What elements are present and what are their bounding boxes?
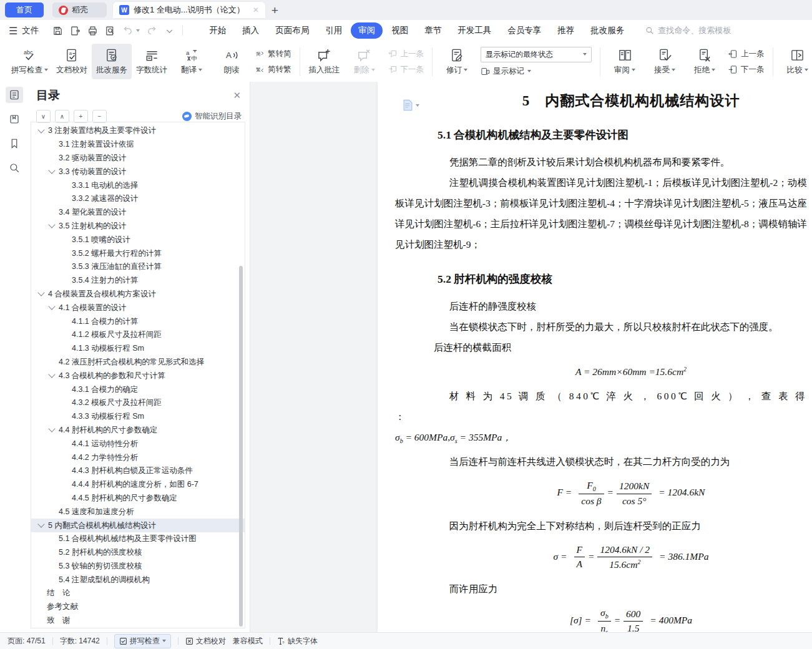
- toc-item[interactable]: 4.1.1 合模力的计算: [31, 315, 245, 328]
- toc-item[interactable]: 4 合模装置及合模机构方案设计: [31, 288, 245, 301]
- toc-item[interactable]: 3.5.1 喷嘴的设计: [31, 233, 245, 246]
- toc-item[interactable]: 4.4.5 肘杆机构的尺寸参数确定: [31, 492, 245, 505]
- status-proof-button[interactable]: 文档校对: [185, 636, 226, 647]
- toc-item[interactable]: 5 内翻式合模机构机械结构设计: [31, 519, 245, 532]
- export-icon[interactable]: [70, 26, 81, 36]
- hamburger-icon[interactable]: ☰: [9, 25, 17, 37]
- toc-item[interactable]: 4.3 合模机构的参数和尺寸计算: [31, 369, 245, 383]
- docer-tab[interactable]: 稻壳: [52, 2, 107, 17]
- chevron-down-icon[interactable]: [48, 167, 55, 174]
- word-count-button[interactable]: 字数统计: [132, 44, 172, 79]
- smart-recognize-button[interactable]: 智能识别目录: [182, 111, 242, 122]
- toc-item[interactable]: 4.4.4 肘杆机构的速度分析，如图 6-7: [31, 478, 245, 492]
- menu-tab-4[interactable]: 审阅: [351, 22, 383, 39]
- customize-toolbar-icon[interactable]: [164, 26, 175, 36]
- toc-item[interactable]: 3.2 驱动装置的设计: [31, 152, 245, 165]
- page-indicator[interactable]: 页面: 47/51: [7, 636, 46, 647]
- command-search[interactable]: 查找命令、搜索模板: [645, 25, 731, 36]
- toc-item[interactable]: 3.3.1 电动机的选择: [31, 178, 245, 192]
- missing-font-button[interactable]: ? 缺失字体: [277, 636, 318, 647]
- markup-state-combobox[interactable]: 显示标记的最终状态: [481, 47, 592, 62]
- toc-item[interactable]: 4.4.1 运动特性分析: [31, 437, 245, 451]
- print-icon[interactable]: [87, 26, 98, 36]
- word-count-indicator[interactable]: 字数: 14742: [60, 636, 100, 647]
- collapse-level-button[interactable]: −: [92, 110, 107, 123]
- toc-item[interactable]: 3.1 注射装置设计依据: [31, 138, 245, 152]
- menu-tab-5[interactable]: 视图: [384, 22, 416, 39]
- spell-check-button[interactable]: abc 拼写检查: [7, 44, 52, 79]
- close-panel-icon[interactable]: ✕: [233, 90, 241, 101]
- home-tab[interactable]: 首页: [5, 2, 44, 17]
- document-tab[interactable]: W 修改1 全电动...说明书（论文） ✕: [113, 2, 265, 18]
- correction-service-button[interactable]: 批改服务: [92, 44, 132, 79]
- toc-item[interactable]: 3.5 注射机构的设计: [31, 220, 245, 233]
- reject-change-button[interactable]: 拒绝: [685, 44, 725, 79]
- previous-comment-button[interactable]: 上一条: [388, 49, 424, 59]
- chevron-down-icon[interactable]: [37, 520, 44, 527]
- menu-tab-8[interactable]: 会员专享: [500, 22, 549, 39]
- status-spell-check-button[interactable]: 拼写检查: [114, 634, 171, 648]
- traditional-to-simplified-button[interactable]: 简 繁转简: [255, 49, 291, 59]
- toc-item[interactable]: 3.5.3 液压油缸的直径计算: [31, 260, 245, 274]
- toc-item[interactable]: 3.3 传动装置的设计: [31, 165, 245, 178]
- rail-bookmark-button[interactable]: [6, 135, 23, 152]
- toc-item[interactable]: 3 注射装置结构及主要零件设计: [31, 124, 245, 138]
- toc-item[interactable]: 5.4 注塑成型机的调模机构: [31, 573, 245, 587]
- toc-item[interactable]: 4.1.2 模板尺寸及拉杆间距: [31, 328, 245, 342]
- collapse-all-button[interactable]: ∧: [55, 110, 69, 123]
- document-proof-button[interactable]: a 文档校对: [52, 44, 92, 79]
- accept-change-button[interactable]: 接受: [645, 44, 685, 79]
- toc-item[interactable]: 5.1 合模机构机械结构及主要零件设计图: [31, 532, 245, 546]
- chevron-down-icon[interactable]: [48, 371, 55, 378]
- menu-tab-10[interactable]: 批改服务: [583, 22, 632, 39]
- toc-scrollbar-thumb[interactable]: [239, 266, 243, 627]
- rail-outline-button[interactable]: [6, 87, 23, 103]
- toc-item[interactable]: 4.5 速度和加速度分析: [31, 505, 245, 519]
- new-tab-button[interactable]: +: [271, 4, 278, 16]
- menu-tab-0[interactable]: 开始: [202, 22, 233, 39]
- file-menu[interactable]: 文件: [22, 25, 39, 36]
- save-icon[interactable]: [52, 26, 63, 36]
- chevron-down-icon[interactable]: [48, 222, 55, 228]
- redo-icon[interactable]: [147, 26, 157, 36]
- document-page[interactable]: 5 内翻式合模机构机械结构设计5.1 合模机构机械结构及主要零件设计图凭据第二章…: [378, 82, 812, 633]
- toc-item[interactable]: 4.4 肘杆机构的尺寸参数确定: [31, 424, 245, 437]
- expand-all-button[interactable]: ∨: [36, 110, 51, 123]
- review-pane-button[interactable]: 审阅: [605, 44, 645, 79]
- toc-item[interactable]: 3.4 塑化装置的设计: [31, 206, 245, 220]
- next-change-button[interactable]: 下一条: [728, 64, 765, 75]
- toc-item[interactable]: 参考文献: [31, 600, 245, 614]
- read-aloud-button[interactable]: A 朗读: [212, 44, 252, 79]
- rail-review-button[interactable]: [6, 111, 23, 127]
- menu-tab-2[interactable]: 页面布局: [268, 22, 316, 39]
- previous-change-button[interactable]: 上一条: [728, 49, 765, 59]
- compatibility-mode-indicator[interactable]: 兼容模式: [233, 636, 263, 647]
- show-markup-button[interactable]: 显示标记: [481, 66, 592, 77]
- insert-comment-button[interactable]: 插入批注: [305, 44, 345, 79]
- toc-item[interactable]: 3.3.2 减速器的设计: [31, 192, 245, 206]
- close-document-icon[interactable]: ✕: [253, 6, 259, 14]
- toc-item[interactable]: 4.3.2 模板尺寸及拉杆间距: [31, 396, 245, 410]
- toc-item[interactable]: 4.1.3 动模板行程 Sm: [31, 342, 245, 356]
- revision-mark-indicator[interactable]: [403, 99, 419, 111]
- chevron-down-icon[interactable]: [37, 290, 44, 296]
- toc-item[interactable]: 4.3.1 合模力的确定: [31, 383, 245, 396]
- print-preview-icon[interactable]: [105, 26, 115, 36]
- translate-button[interactable]: a中 翻译: [172, 44, 212, 79]
- undo-icon[interactable]: [122, 26, 133, 36]
- toc-item[interactable]: 5.3 铰轴的剪切强度校核: [31, 560, 245, 573]
- track-changes-button[interactable]: 修订: [437, 44, 477, 79]
- menu-tab-3[interactable]: 引用: [318, 22, 350, 39]
- chevron-down-icon[interactable]: [48, 426, 55, 432]
- toc-item[interactable]: 结 论: [31, 587, 245, 600]
- next-comment-button[interactable]: 下一条: [388, 64, 424, 75]
- expand-level-button[interactable]: +: [74, 110, 88, 123]
- toc-item[interactable]: 3.5.4 注射力的计算: [31, 274, 245, 288]
- toc-item[interactable]: 4.2 液压肘杆式合模机构的常见形式和选择: [31, 356, 245, 369]
- toc-item[interactable]: 4.4.3 肘杆机构自锁及正常运动条件: [31, 464, 245, 478]
- toc-item[interactable]: 3.5.2 螺杆最大行程的计算: [31, 246, 245, 260]
- menu-tab-6[interactable]: 章节: [417, 22, 449, 39]
- menu-tab-1[interactable]: 插入: [235, 22, 267, 39]
- toc-item[interactable]: 4.3.3 动模板行程 Sm: [31, 410, 245, 424]
- undo-caret-icon[interactable]: [136, 29, 140, 32]
